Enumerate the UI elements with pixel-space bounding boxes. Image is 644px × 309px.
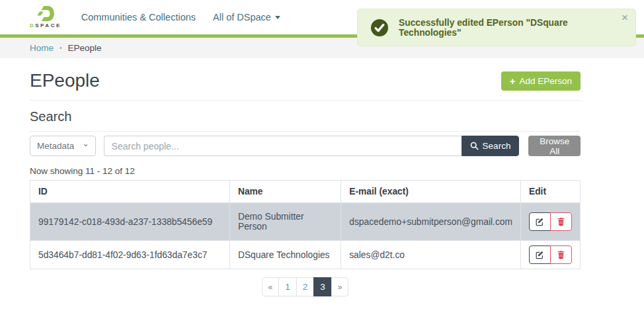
- edit-pencil-icon: [535, 250, 544, 259]
- search-input-group: Search: [104, 136, 520, 156]
- cell-actions: [520, 203, 580, 241]
- edit-button[interactable]: [529, 212, 551, 231]
- delete-button[interactable]: [550, 212, 572, 231]
- pagination: « 1 2 3 »: [30, 277, 581, 296]
- trash-icon: [557, 217, 565, 226]
- search-button-label: Search: [483, 141, 511, 151]
- check-circle-icon: [371, 19, 388, 36]
- breadcrumb-current: EPeople: [68, 43, 102, 53]
- pagination-first[interactable]: «: [262, 277, 280, 296]
- pagination-page-2[interactable]: 2: [296, 277, 315, 296]
- edit-button[interactable]: [529, 245, 551, 264]
- search-input[interactable]: [104, 136, 462, 156]
- epeople-table: ID Name E-mail (exact) Edit 99179142-c01…: [30, 180, 581, 269]
- divider: [30, 100, 581, 101]
- nav-communities-collections[interactable]: Communities & Collections: [81, 12, 196, 22]
- nav-communities-label: Communities & Collections: [81, 12, 196, 22]
- cell-name: Demo Submitter Person: [229, 203, 341, 241]
- search-bar: Metadata ⌄ Search Browse All: [30, 136, 581, 156]
- cell-actions: [520, 241, 580, 269]
- chevron-down-icon: ⌄: [83, 139, 89, 148]
- add-eperson-button[interactable]: + Add EPerson: [501, 71, 581, 91]
- dspace-logo-text: DSPACE: [30, 22, 61, 28]
- cell-id: 99179142-c018-493d-a237-1338b5456e59: [30, 203, 230, 241]
- trash-icon: [557, 250, 565, 259]
- table-row: 99179142-c018-493d-a237-1338b5456e59 Dem…: [30, 203, 581, 241]
- breadcrumb-separator: •: [60, 44, 62, 52]
- pagination-page-1[interactable]: 1: [278, 277, 297, 296]
- plus-icon: +: [510, 76, 516, 86]
- search-heading: Search: [30, 109, 581, 124]
- page-title: EPeople: [30, 70, 100, 91]
- close-icon[interactable]: ×: [622, 11, 628, 24]
- browse-all-button[interactable]: Browse All: [528, 136, 581, 156]
- toast-message: Successfully edited EPerson "DSquare Tec…: [399, 18, 622, 38]
- dspace-logo[interactable]: DSPACE: [30, 6, 61, 28]
- results-summary: Now showing 11 - 12 of 12: [30, 166, 581, 176]
- success-toast: Successfully edited EPerson "DSquare Tec…: [357, 9, 636, 46]
- delete-button[interactable]: [550, 245, 572, 264]
- column-header-email: E-mail (exact): [341, 181, 521, 203]
- page-header: EPeople + Add EPerson: [30, 70, 581, 91]
- table-row: 5d3464b7-dd81-4f02-9d63-1fd63da7e3c7 DSq…: [30, 241, 581, 269]
- search-button[interactable]: Search: [462, 136, 520, 156]
- cell-id: 5d3464b7-dd81-4f02-9d63-1fd63da7e3c7: [30, 241, 230, 269]
- divider: [30, 131, 581, 132]
- add-eperson-label: Add EPerson: [519, 76, 572, 86]
- cell-email: dspacedemo+submitperson@gmail.com: [341, 203, 521, 241]
- row-action-group: [529, 245, 572, 264]
- cell-email: sales@d2t.co: [341, 241, 521, 269]
- main-content: EPeople + Add EPerson Search Metadata ⌄ …: [30, 70, 581, 296]
- logo-letters-space: SPACE: [35, 22, 61, 28]
- edit-pencil-icon: [535, 217, 544, 226]
- column-header-id: ID: [30, 181, 230, 203]
- search-scope-value: Metadata: [37, 141, 74, 151]
- cell-name: DSquare Technologies: [229, 241, 341, 269]
- nav-all-of-dspace[interactable]: All of DSpace: [213, 12, 280, 22]
- search-scope-select[interactable]: Metadata ⌄: [30, 136, 96, 156]
- column-header-edit: Edit: [520, 181, 580, 203]
- search-icon: [470, 142, 479, 150]
- column-header-name: Name: [229, 181, 341, 203]
- nav-all-dspace-label: All of DSpace: [213, 12, 271, 22]
- chevron-down-icon: [275, 16, 280, 19]
- breadcrumb-home-link[interactable]: Home: [30, 43, 54, 53]
- pagination-last[interactable]: »: [331, 277, 349, 296]
- pagination-page-3-active[interactable]: 3: [313, 277, 332, 296]
- row-action-group: [529, 212, 572, 231]
- dspace-logo-icon: [36, 6, 54, 21]
- table-header-row: ID Name E-mail (exact) Edit: [30, 181, 581, 203]
